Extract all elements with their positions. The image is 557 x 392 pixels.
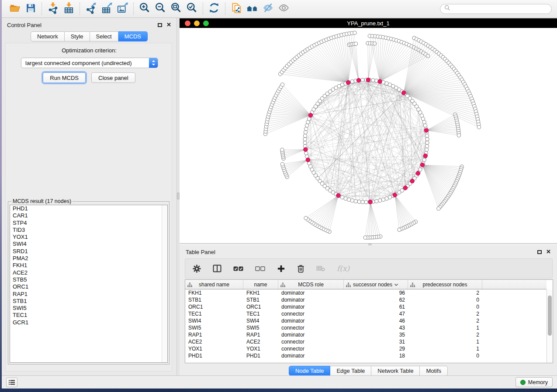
close-panel-icon[interactable]: ✕ (166, 23, 171, 27)
run-mcds-button[interactable]: Run MCDS (43, 72, 86, 83)
mcds-result-item[interactable]: PHD1 (10, 205, 167, 212)
column-header-MCDS-role[interactable]: MCDS role (278, 280, 344, 289)
export-network-button[interactable] (83, 1, 99, 16)
export-table-button[interactable] (99, 1, 114, 16)
cell-name: STB1 (243, 296, 278, 303)
mcds-result-item[interactable]: SWI4 (10, 241, 167, 248)
table-scrollbar[interactable] (547, 289, 553, 363)
save-session-button[interactable] (23, 1, 38, 16)
function-builder-icon: f(x) (337, 264, 349, 273)
add-column-icon[interactable] (277, 265, 285, 273)
mcds-result-item[interactable]: STP4 (10, 220, 167, 227)
search-input[interactable] (453, 6, 547, 12)
mcds-result-item[interactable]: SRD1 (10, 248, 167, 255)
deselect-all-icon[interactable] (255, 266, 265, 271)
mcds-result-item[interactable]: RAP1 (10, 291, 167, 298)
float-panel-icon[interactable] (537, 250, 542, 254)
mcds-result-item[interactable]: ACE2 (10, 269, 167, 276)
mcds-result-item[interactable]: TEC1 (10, 312, 167, 319)
column-header-shared-name[interactable]: shared name (185, 280, 243, 289)
cell-predecessor-nodes: 2 (408, 289, 482, 296)
zoom-out-button[interactable] (152, 1, 168, 16)
table-row[interactable]: PHD1PHD1dominator180 (185, 352, 547, 359)
delete-column-icon[interactable] (297, 265, 304, 273)
table-row[interactable]: ORC1ORC1dominator610 (185, 303, 547, 310)
column-header-predecessor-nodes[interactable]: predecessor nodes (408, 280, 482, 289)
mcds-result-item[interactable]: PMA2 (10, 255, 167, 262)
column-label: shared name (199, 282, 229, 288)
cell-name: TEC1 (243, 310, 278, 317)
table-tab-motifs[interactable]: Motifs (420, 366, 448, 376)
mcds-result-item[interactable]: STB5 (10, 276, 167, 283)
search-icon (444, 5, 450, 13)
mcds-result-item[interactable]: TID3 (10, 227, 167, 234)
toolbar-separator (133, 3, 134, 15)
memory-button[interactable]: Memory (515, 377, 553, 387)
network-graph[interactable] (180, 28, 557, 243)
tab-mcds[interactable]: MCDS (118, 31, 148, 41)
cell-successor-nodes: 61 (344, 303, 408, 310)
table-tab-bar: Node TableEdge TableNetwork TableMotifs (180, 366, 557, 376)
column-type-icon (346, 282, 351, 287)
column-header-successor-nodes[interactable]: successor nodes (344, 280, 408, 289)
select-all-icon[interactable] (233, 266, 243, 271)
table-row[interactable]: SWI4SWI4dominator462 (185, 317, 547, 324)
duplicate-network-button[interactable] (228, 1, 244, 16)
cell-successor-nodes: 29 (344, 345, 408, 352)
mcds-result-item[interactable]: SWI5 (10, 305, 167, 312)
export-image-button[interactable] (114, 1, 130, 16)
cell-predecessor-nodes: 1 (408, 345, 482, 352)
table-row[interactable]: YOX1YOX1connector291 (185, 345, 547, 352)
first-neighbors-button[interactable] (244, 1, 260, 16)
mcds-result-list[interactable]: PHD1CAR1STP4TID3YOX1SWI4SRD1PMA2FKH1ACE2… (10, 205, 168, 363)
search-box[interactable] (440, 4, 552, 14)
table-row[interactable]: FKH1FKH1dominator962 (185, 289, 547, 296)
mcds-result-item[interactable]: ORC1 (10, 283, 167, 290)
mcds-result-item[interactable]: FKH1 (10, 262, 167, 269)
gear-icon[interactable] (193, 265, 201, 273)
network-view-canvas[interactable] (180, 28, 557, 244)
cell-predecessor-nodes: 0 (408, 303, 482, 310)
criterion-dropdown[interactable]: largest connected component (undirected) (21, 58, 158, 68)
table-body: FKH1FKH1dominator962STB1STB1dominator620… (185, 289, 547, 363)
open-file-button[interactable] (7, 1, 23, 16)
float-panel-icon[interactable] (158, 23, 162, 27)
zoom-fit-button[interactable] (168, 1, 184, 16)
memory-status-icon (520, 380, 526, 385)
tab-network[interactable]: Network (31, 31, 65, 41)
table-scrollbar-thumb[interactable] (548, 296, 552, 336)
show-all-button[interactable] (276, 1, 291, 16)
mcds-result-item[interactable]: GCR1 (10, 319, 167, 326)
table-tab-node-table[interactable]: Node Table (289, 366, 331, 376)
memory-label: Memory (528, 379, 548, 385)
mcds-result-item[interactable]: STB1 (10, 298, 167, 305)
table-row[interactable]: RAP1RAP1dominator352 (185, 331, 547, 338)
zoom-selected-button[interactable] (184, 1, 200, 16)
hide-selected-button[interactable] (260, 1, 276, 16)
mcds-list-scrollbar[interactable] (162, 205, 167, 362)
application-window: Control Panel ✕ NetworkStyleSelectMCDS O… (2, 0, 557, 389)
hide-selected-icon (262, 2, 274, 15)
table-row[interactable]: STB1STB1dominator620 (185, 296, 547, 303)
column-header-name[interactable]: name (243, 280, 278, 289)
mcds-result-item[interactable]: CAR1 (10, 212, 167, 219)
mcds-result-item[interactable]: YOX1 (10, 234, 167, 241)
zoom-out-icon (155, 2, 166, 15)
refresh-layout-button[interactable] (206, 1, 222, 16)
main-toolbar (2, 0, 557, 18)
close-panel-button[interactable]: Close panel (91, 72, 135, 83)
tab-style[interactable]: Style (65, 31, 90, 41)
import-table-button[interactable] (61, 1, 76, 16)
tab-select[interactable]: Select (90, 31, 118, 41)
table-tab-network-table[interactable]: Network Table (371, 366, 420, 376)
table-row[interactable]: SWI5SWI5connector431 (185, 324, 547, 331)
table-row[interactable]: ACE2ACE2connector311 (185, 338, 547, 345)
zoom-in-button[interactable] (137, 1, 152, 16)
close-panel-icon[interactable]: ✕ (546, 250, 551, 254)
import-network-button[interactable] (45, 1, 61, 16)
task-history-button[interactable] (6, 378, 17, 387)
show-columns-icon[interactable] (213, 265, 221, 272)
table-tab-edge-table[interactable]: Edge Table (330, 366, 371, 376)
network-window-titlebar[interactable]: YPA_prune.txt_1 (180, 18, 557, 28)
table-row[interactable]: TEC1TEC1connector472 (185, 310, 547, 317)
